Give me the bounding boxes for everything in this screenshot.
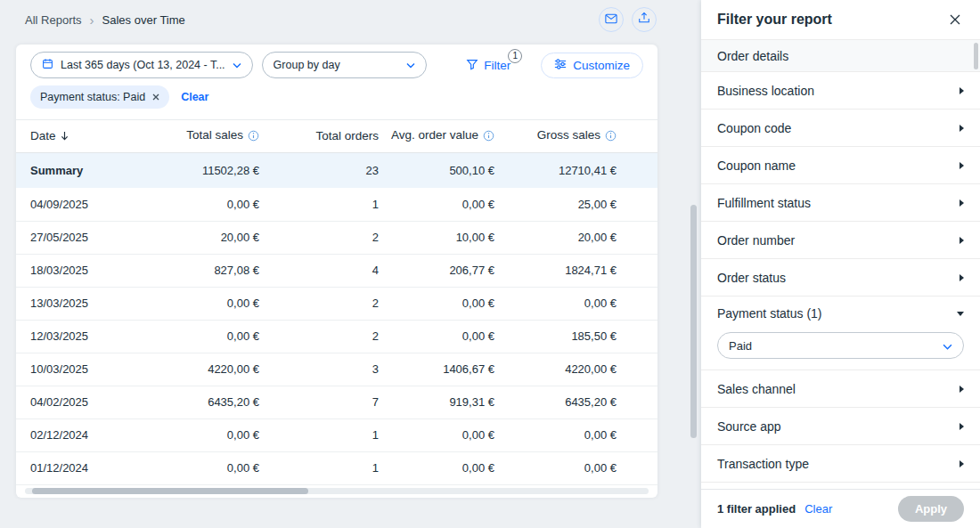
filter-count-badge: 1 — [508, 49, 522, 63]
apply-button[interactable]: Apply — [898, 496, 964, 522]
filter-category-label: Source app — [717, 419, 781, 434]
filter-category-row[interactable]: Coupon name — [701, 147, 980, 184]
cell-total-sales: 4220,00 € — [150, 353, 259, 386]
column-label: Total sales — [186, 128, 243, 142]
filter-category-row[interactable]: Transaction type — [701, 445, 980, 483]
filter-funnel-icon — [466, 58, 478, 73]
info-icon[interactable] — [483, 130, 494, 144]
cell-total-orders: 1 — [259, 451, 379, 484]
table-row: 01/12/2024 0,00 € 1 0,00 € 0,00 € — [16, 451, 657, 484]
cell-total-sales: 827,08 € — [150, 254, 259, 287]
cell-gross-sales: 0,00 € — [494, 287, 657, 320]
filter-category-row[interactable]: Fulfillment status — [701, 184, 980, 222]
filter-category-list-bottom: Sales channel Source app Transaction typ… — [701, 370, 980, 483]
table-row: 18/03/2025 827,08 € 4 206,77 € 1824,71 € — [16, 254, 657, 287]
cell-total-sales: 0,00 € — [150, 287, 259, 320]
filter-button-label: Filter — [484, 59, 510, 72]
customize-button[interactable]: Customize — [541, 53, 643, 78]
payment-status-select-row: Paid — [701, 330, 980, 370]
chevron-right-icon — [960, 423, 964, 430]
chevron-right-icon — [960, 162, 964, 169]
filter-category-row[interactable]: Business location — [701, 72, 980, 110]
horizontal-scrollbar-track[interactable] — [25, 488, 649, 494]
chevron-right-icon — [960, 274, 964, 281]
cell-avg-order-value: 919,31 € — [379, 386, 494, 418]
sort-desc-icon — [61, 130, 69, 143]
cell-avg-order-value: 0,00 € — [379, 188, 494, 221]
table-row: 27/05/2025 20,00 € 2 10,00 € 20,00 € — [16, 221, 657, 254]
filter-category-row[interactable]: Source app — [701, 408, 980, 445]
info-icon[interactable] — [605, 130, 617, 144]
report-toolbar: Last 365 days (Oct 13, 2024 - T... Group… — [16, 45, 657, 85]
filter-panel: Filter your report Order details Busines… — [701, 0, 980, 528]
chevron-down-icon — [957, 312, 964, 316]
cell-avg-order-value: 0,00 € — [379, 287, 494, 320]
column-header-avg-order-value: Avg. order value — [379, 120, 494, 152]
export-button[interactable] — [632, 7, 657, 32]
main-report-area: All Reports › Sales over Time — [0, 0, 701, 528]
cell-avg-order-value: 0,00 € — [379, 451, 494, 484]
chevron-right-icon — [960, 199, 964, 207]
column-header-gross-sales: Gross sales — [494, 120, 657, 152]
filter-category-row[interactable]: Order status — [701, 259, 980, 296]
filter-chip-label: Payment status: Paid — [40, 91, 145, 103]
topbar: All Reports › Sales over Time — [0, 0, 701, 39]
cell-total-sales: 20,00 € — [150, 221, 259, 254]
customize-sliders-icon — [554, 58, 567, 73]
filter-category-row[interactable]: Sales channel — [701, 370, 980, 408]
cell-date: 04/02/2025 — [16, 386, 150, 418]
clear-filters-link[interactable]: Clear — [181, 91, 208, 103]
cell-gross-sales: 25,00 € — [494, 188, 657, 221]
cell-total-sales: 0,00 € — [150, 451, 259, 484]
filter-category-label: Business location — [717, 84, 814, 98]
filter-section-label: Order details — [717, 49, 788, 63]
column-header-total-sales: Total sales — [150, 120, 259, 152]
table-row: 12/03/2025 0,00 € 2 0,00 € 185,50 € — [16, 320, 657, 353]
customize-button-label: Customize — [573, 59, 630, 72]
cell-total-orders: 4 — [259, 254, 379, 287]
filters-applied-count: 1 filter applied — [717, 502, 796, 516]
date-range-dropdown[interactable]: Last 365 days (Oct 13, 2024 - T... — [30, 52, 253, 78]
payment-status-select[interactable]: Paid — [717, 332, 964, 359]
cell-date: 10/03/2025 — [16, 353, 150, 386]
cell-avg-order-value: 10,00 € — [379, 221, 494, 254]
chevron-right-icon — [960, 460, 964, 467]
filter-category-label: Sales channel — [717, 382, 796, 396]
chevron-right-icon — [960, 87, 964, 94]
summary-row: Summary 11502,28 € 23 500,10 € 12710,41 … — [16, 152, 657, 188]
horizontal-scrollbar-thumb[interactable] — [32, 488, 308, 494]
cell-total-orders: 1 — [259, 188, 379, 221]
breadcrumb-all-reports[interactable]: All Reports — [25, 13, 82, 27]
report-table: Date Total sales Total orders Avg. order… — [16, 120, 657, 485]
chip-close-icon[interactable] — [152, 93, 159, 101]
cell-total-orders: 2 — [259, 320, 379, 353]
column-header-date[interactable]: Date — [16, 120, 150, 152]
vertical-scrollbar-thumb[interactable] — [690, 205, 697, 438]
panel-scrollbar-thumb[interactable] — [974, 43, 978, 69]
chevron-down-icon — [233, 59, 241, 71]
cell-date: 13/03/2025 — [16, 287, 150, 320]
group-by-dropdown[interactable]: Group by day — [262, 52, 427, 78]
panel-clear-link[interactable]: Clear — [804, 502, 832, 516]
email-report-button[interactable] — [599, 7, 624, 32]
breadcrumb-current-page: Sales over Time — [102, 13, 185, 27]
filter-category-row-payment-status[interactable]: Payment status (1) — [701, 296, 980, 330]
chevron-down-icon — [406, 59, 415, 71]
table-row: 04/02/2025 6435,20 € 7 919,31 € 6435,20 … — [16, 386, 657, 418]
filter-category-row[interactable]: Order number — [701, 222, 980, 259]
filter-button[interactable]: Filter 1 — [466, 58, 510, 73]
cell-total-orders: 2 — [259, 287, 379, 320]
payment-status-selected-value: Paid — [729, 339, 752, 353]
cell-date: 18/03/2025 — [16, 254, 150, 287]
filter-category-label: Fulfillment status — [717, 196, 811, 210]
info-icon[interactable] — [248, 130, 259, 144]
cell-gross-sales: 185,50 € — [494, 320, 657, 353]
cell-date: 12/03/2025 — [16, 320, 150, 353]
cell-total-orders: 3 — [259, 353, 379, 386]
cell-total-sales: 0,00 € — [150, 418, 259, 451]
cell-gross-sales: 4220,00 € — [494, 353, 657, 386]
close-icon[interactable] — [946, 11, 964, 28]
filter-chip-payment-status[interactable]: Payment status: Paid — [30, 85, 169, 109]
cell-date: 02/12/2024 — [16, 418, 150, 451]
filter-category-row[interactable]: Coupon code — [701, 110, 980, 147]
